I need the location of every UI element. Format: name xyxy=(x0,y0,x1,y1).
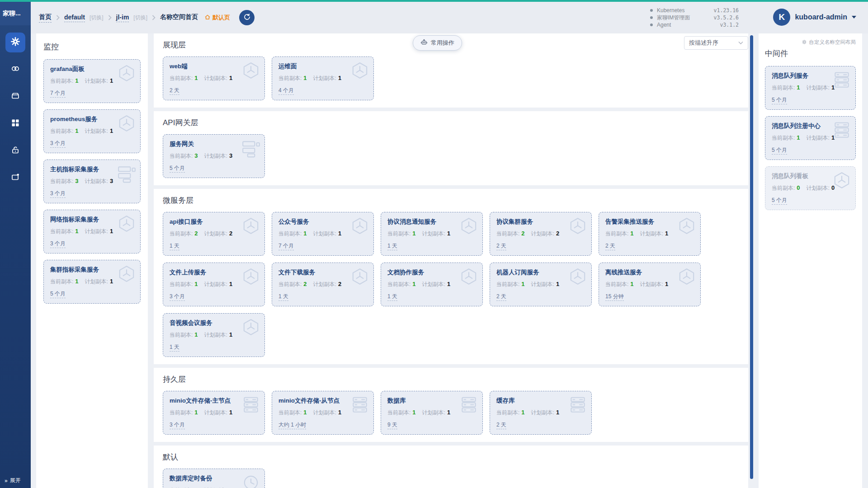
middleware-panel: 自定义名称空间布局 中间件 消息队列服务当前副本:1计划副本:15 个月消息队列… xyxy=(759,33,862,488)
sidebar-expand-toggle[interactable]: » 展开 xyxy=(5,477,21,484)
current-replicas-value: 1 xyxy=(75,77,78,84)
sort-order-select[interactable]: 按描述升序 xyxy=(684,36,748,50)
current-replicas-label: 当前副本: xyxy=(170,332,193,338)
workload-card[interactable]: 缓存库当前副本:1计划副本:12 天 xyxy=(490,391,592,435)
workload-card[interactable]: 文件上传服务当前副本:1计划副本:13 个月 xyxy=(163,263,265,306)
planned-replicas-label: 计划副本: xyxy=(531,230,554,237)
workload-card[interactable]: 数据库定时备份当前副本:0计划副本:09 天 xyxy=(163,469,265,488)
current-replicas-value: 2 xyxy=(521,230,524,237)
sidebar-item-network[interactable] xyxy=(5,60,25,80)
current-replicas-label: 当前副本: xyxy=(170,281,193,287)
common-actions-button[interactable]: 常用操作 xyxy=(413,35,462,51)
version-row: 家聊IM管理面 v3.5.2.6 xyxy=(650,14,739,21)
workload-card[interactable]: 服务网关当前副本:3计划副本:35 个月 xyxy=(163,134,265,178)
planned-replicas-value: 1 xyxy=(665,281,668,287)
workload-card[interactable]: 网络指标采集服务当前副本:1计划副本:13 个月 xyxy=(43,210,141,253)
namespace-switch-link[interactable]: [切换] xyxy=(133,14,147,22)
current-replicas-value: 1 xyxy=(194,281,198,287)
workload-age: 2 天 xyxy=(496,293,585,300)
current-replicas-value: 2 xyxy=(194,230,198,237)
current-replicas-value: 3 xyxy=(194,152,198,159)
planned-replicas-value: 1 xyxy=(110,127,113,134)
version-value: v3.5.2.6 xyxy=(714,14,739,21)
version-info: Kubernetes v1.23.16 家聊IM管理面 v3.5.2.6 Age… xyxy=(650,7,739,28)
planned-replicas-value: 2 xyxy=(556,230,559,237)
workload-card[interactable]: 数据库当前副本:1计划副本:19 天 xyxy=(381,391,483,435)
current-replicas-value: 1 xyxy=(630,281,633,287)
workload-card[interactable]: 消息队列服务当前副本:1计划副本:15 个月 xyxy=(765,66,856,110)
current-replicas-value: 1 xyxy=(521,281,524,287)
workload-card[interactable]: 公众号服务当前副本:1计划副本:17 个月 xyxy=(272,212,374,256)
current-replicas-value: 1 xyxy=(412,230,415,237)
planned-replicas-label: 计划副本: xyxy=(85,78,108,84)
statefulset-icon xyxy=(459,395,479,415)
statefulset-icon xyxy=(241,395,261,415)
cluster-switch-link[interactable]: [切换] xyxy=(90,14,104,22)
planned-replicas-value: 1 xyxy=(338,409,341,416)
workload-age: 7 个月 xyxy=(50,89,134,97)
workload-card[interactable]: 离线推送服务当前副本:1计划副本:115 分钟 xyxy=(599,263,701,306)
workload-card[interactable]: 协议消息通知服务当前副本:1计划副本:11 天 xyxy=(381,212,483,256)
workload-card[interactable]: api接口服务当前副本:2计划副本:21 天 xyxy=(163,212,265,256)
workload-card[interactable]: grafana面板当前副本:1计划副本:17 个月 xyxy=(43,59,141,103)
workload-card[interactable]: 文件下载服务当前副本:2计划副本:21 天 xyxy=(272,263,374,306)
workload-card[interactable]: web端当前副本:1计划副本:12 天 xyxy=(163,56,265,100)
current-replicas-value: 1 xyxy=(194,331,198,338)
workload-age: 1 天 xyxy=(387,242,476,250)
monitor-panel: 监控 grafana面板当前副本:1计划副本:17 个月prometheus服务… xyxy=(36,33,148,488)
workload-age: 3 个月 xyxy=(50,140,134,147)
sidebar-item-storage[interactable] xyxy=(5,87,25,107)
sidebar-item-apps[interactable] xyxy=(5,114,25,134)
sidebar-item-export[interactable] xyxy=(5,168,25,188)
planned-replicas-value: 1 xyxy=(665,230,668,237)
vertical-scrollbar[interactable] xyxy=(750,35,753,479)
planned-replicas-value: 1 xyxy=(556,281,559,287)
sidebar-expand-label: 展开 xyxy=(10,477,21,484)
section-card-list: 服务网关当前副本:3计划副本:35 个月 xyxy=(163,134,739,178)
current-replicas-value: 3 xyxy=(75,178,78,184)
workload-card[interactable]: 集群指标采集服务当前副本:1计划副本:15 个月 xyxy=(43,260,141,304)
refresh-button[interactable] xyxy=(239,10,255,25)
daemonset-icon xyxy=(117,164,137,183)
workload-age: 4 个月 xyxy=(278,87,367,94)
version-value: v3.1.2 xyxy=(720,22,739,28)
workload-card[interactable]: 协议集群服务当前副本:2计划副本:22 天 xyxy=(490,212,592,256)
breadcrumb-namespace[interactable]: jl-im xyxy=(116,14,129,22)
top-accent-bar xyxy=(0,0,868,2)
workload-card[interactable]: 告警采集推送服务当前副本:1计划副本:12 天 xyxy=(599,212,701,256)
workload-card[interactable]: 文档协作服务当前副本:1计划副本:11 天 xyxy=(381,263,483,306)
current-replicas-label: 当前副本: xyxy=(387,281,410,287)
workload-card[interactable]: 机器人订阅服务当前副本:1计划副本:12 天 xyxy=(490,263,592,306)
workload-card[interactable]: minio文件存储-主节点当前副本:1计划副本:13 个月 xyxy=(163,391,265,435)
sidebar-item-auth[interactable] xyxy=(5,141,25,161)
workload-age: 2 天 xyxy=(605,242,694,250)
avatar: K xyxy=(773,9,790,26)
workload-card[interactable]: 音视频会议服务当前副本:1计划副本:11 天 xyxy=(163,313,265,357)
sidebar-item-settings[interactable] xyxy=(5,33,25,52)
deployment-icon xyxy=(459,216,479,236)
planned-replicas-label: 计划副本: xyxy=(204,281,227,287)
workload-card[interactable]: 运维面当前副本:1计划副本:14 个月 xyxy=(272,56,374,100)
current-replicas-label: 当前副本: xyxy=(496,230,519,237)
current-replicas-value: 1 xyxy=(194,409,198,416)
current-replicas-label: 当前副本: xyxy=(278,75,302,81)
workload-card[interactable]: prometheus服务当前副本:1计划副本:13 个月 xyxy=(43,109,141,153)
customize-layout-link[interactable]: 自定义名称空间布局 xyxy=(765,39,856,46)
workload-age: 1 天 xyxy=(170,242,258,250)
planned-replicas-label: 计划副本: xyxy=(531,281,554,287)
planned-replicas-value: 1 xyxy=(110,77,113,84)
workload-card[interactable]: 消息队列看板当前副本:0计划副本:05 个月 xyxy=(765,166,856,210)
planned-replicas-label: 计划副本: xyxy=(807,135,830,141)
workload-card[interactable]: minio文件存储-从节点当前副本:1计划副本:1大约 1 小时 xyxy=(272,391,374,435)
planned-replicas-label: 计划副本: xyxy=(422,409,445,416)
user-menu[interactable]: K kuboard-admin xyxy=(773,9,856,26)
workload-card[interactable]: 消息队列注册中心当前副本:1计划副本:15 个月 xyxy=(765,116,856,160)
default-page-badge[interactable]: 默认页 xyxy=(204,14,230,22)
app-logo[interactable]: 家聊... xyxy=(0,2,31,25)
workload-card[interactable]: 主机指标采集服务当前副本:3计划副本:33 个月 xyxy=(43,160,141,203)
breadcrumb-home[interactable]: 首页 xyxy=(39,13,52,23)
breadcrumb-cluster[interactable]: default xyxy=(64,14,85,22)
planned-replicas-label: 计划副本: xyxy=(807,84,830,91)
section-card-list: 数据库定时备份当前副本:0计划副本:09 天 xyxy=(163,469,739,488)
current-replicas-label: 当前副本: xyxy=(496,281,519,287)
